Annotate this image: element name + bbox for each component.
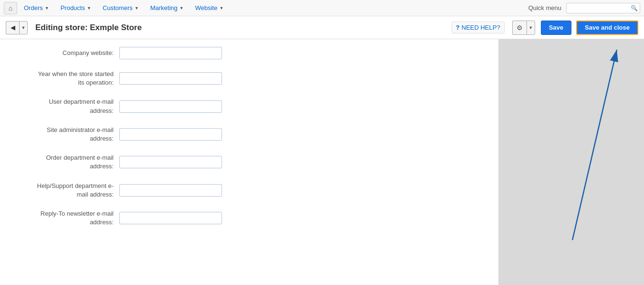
form-row-site-admin-email: Site administrator e-mailaddress: bbox=[10, 126, 489, 143]
label-reply-to-email: Reply-To newsletter e-mailaddress: bbox=[10, 209, 119, 227]
quick-menu-search[interactable]: 🔍 bbox=[566, 3, 640, 13]
top-navigation: ⌂ Orders ▼ Products ▼ Customers ▼ Market… bbox=[0, 0, 644, 16]
nav-item-orders[interactable]: Orders ▼ bbox=[19, 2, 54, 14]
input-user-dept-email[interactable] bbox=[119, 100, 222, 113]
back-dropdown-icon: ▼ bbox=[21, 25, 26, 30]
form-panel: Company website:Year when the store star… bbox=[0, 39, 498, 285]
right-panel bbox=[498, 39, 644, 285]
label-order-dept-email: Order department e-mailaddress: bbox=[10, 153, 119, 171]
nav-products-label: Products bbox=[61, 4, 85, 11]
main-content: Company website:Year when the store star… bbox=[0, 39, 644, 285]
nav-item-products[interactable]: Products ▼ bbox=[56, 2, 96, 14]
gear-dropdown-button[interactable]: ▼ bbox=[527, 21, 535, 35]
help-button[interactable]: ? NEED HELP? bbox=[452, 22, 505, 33]
form-row-user-dept-email: User department e-mailaddress: bbox=[10, 98, 489, 115]
input-company-website[interactable] bbox=[119, 47, 222, 59]
nav-website-caret: ▼ bbox=[219, 6, 223, 11]
annotation-arrow bbox=[498, 39, 644, 285]
nav-orders-label: Orders bbox=[24, 4, 43, 11]
home-button[interactable]: ⌂ bbox=[4, 2, 17, 14]
search-icon[interactable]: 🔍 bbox=[631, 5, 638, 11]
gear-button-group: ⚙ ▼ bbox=[512, 21, 535, 35]
nav-customers-caret: ▼ bbox=[135, 6, 139, 11]
input-help-support-email[interactable] bbox=[119, 184, 222, 197]
input-site-admin-email[interactable] bbox=[119, 128, 222, 141]
label-year-started: Year when the store startedits operation… bbox=[10, 70, 119, 87]
label-company-website: Company website: bbox=[10, 49, 119, 57]
toolbar: ◀ ▼ Editing store: Exmple Store ? NEED H… bbox=[0, 16, 644, 39]
help-icon: ? bbox=[456, 24, 460, 31]
nav-item-website[interactable]: Website ▼ bbox=[190, 2, 229, 14]
nav-marketing-caret: ▼ bbox=[179, 6, 184, 11]
back-dropdown-button[interactable]: ▼ bbox=[19, 21, 28, 34]
search-input[interactable] bbox=[569, 5, 631, 11]
save-button[interactable]: Save bbox=[541, 21, 571, 35]
form-row-order-dept-email: Order department e-mailaddress: bbox=[10, 153, 489, 171]
nav-item-marketing[interactable]: Marketing ▼ bbox=[146, 2, 189, 14]
label-site-admin-email: Site administrator e-mailaddress: bbox=[10, 126, 119, 143]
gear-icon: ⚙ bbox=[517, 24, 523, 32]
back-button-group: ◀ ▼ bbox=[6, 21, 28, 34]
back-icon: ◀ bbox=[11, 24, 15, 31]
nav-products-caret: ▼ bbox=[87, 6, 91, 11]
svg-line-1 bbox=[572, 50, 617, 240]
input-year-started[interactable] bbox=[119, 72, 222, 85]
form-row-company-website: Company website: bbox=[10, 47, 489, 59]
label-help-support-email: Help/Support department e-mail address: bbox=[10, 182, 119, 199]
nav-customers-label: Customers bbox=[103, 4, 133, 11]
nav-marketing-label: Marketing bbox=[150, 4, 178, 11]
input-reply-to-email[interactable] bbox=[119, 212, 222, 224]
nav-orders-caret: ▼ bbox=[45, 6, 49, 11]
home-icon: ⌂ bbox=[9, 4, 12, 12]
nav-item-customers[interactable]: Customers ▼ bbox=[98, 2, 144, 14]
form-row-year-started: Year when the store startedits operation… bbox=[10, 70, 489, 87]
back-button[interactable]: ◀ bbox=[6, 21, 19, 34]
input-order-dept-email[interactable] bbox=[119, 156, 222, 168]
form-row-reply-to-email: Reply-To newsletter e-mailaddress: bbox=[10, 209, 489, 227]
page-title: Editing store: Exmple Store bbox=[35, 23, 142, 33]
help-label: NEED HELP? bbox=[462, 24, 500, 31]
gear-button[interactable]: ⚙ bbox=[512, 21, 527, 35]
quick-menu-label: Quick menu bbox=[528, 4, 561, 11]
label-user-dept-email: User department e-mailaddress: bbox=[10, 98, 119, 115]
form-row-help-support-email: Help/Support department e-mail address: bbox=[10, 182, 489, 199]
nav-website-label: Website bbox=[195, 4, 218, 11]
save-and-close-button[interactable]: Save and close bbox=[576, 21, 638, 35]
gear-dropdown-icon: ▼ bbox=[528, 25, 533, 30]
